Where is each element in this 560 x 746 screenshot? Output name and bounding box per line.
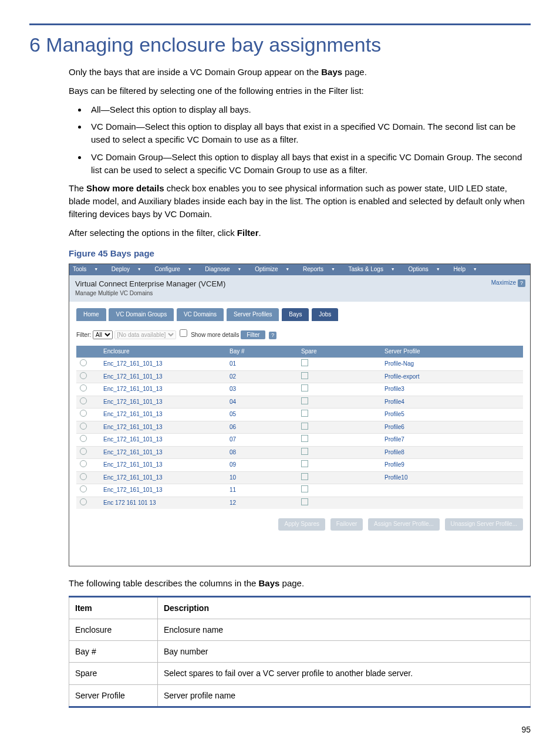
list-item: All—Select this option to display all ba… <box>87 103 531 116</box>
spare-checkbox[interactable] <box>301 410 308 417</box>
show-more-checkbox[interactable] <box>180 329 187 337</box>
bay-cell: 09 <box>226 459 298 472</box>
status-cell <box>76 434 100 447</box>
grid-header-row: Enclosure Bay # Spare Server Profile <box>76 346 523 358</box>
apply-spares-button[interactable]: Apply Spares <box>278 518 325 531</box>
table-row: Server ProfileServer profile name <box>69 684 531 707</box>
bay-cell: 04 <box>226 396 298 409</box>
filter-secondary-select[interactable]: [No data available] <box>114 330 176 339</box>
spare-checkbox[interactable] <box>301 372 308 379</box>
enclosure-cell: Enc_172_161_101_13 <box>100 459 226 472</box>
unassign-profile-button[interactable]: Unassign Server Profile... <box>445 518 523 531</box>
spare-cell <box>298 446 381 459</box>
menu-item[interactable]: Deploy ▼ <box>112 266 147 272</box>
menu-item[interactable]: Configure ▼ <box>155 266 198 272</box>
spare-checkbox[interactable] <box>301 448 308 455</box>
col-server-profile[interactable]: Server Profile <box>381 346 523 358</box>
spare-cell <box>298 358 381 371</box>
profile-cell: Profile9 <box>381 459 523 472</box>
bays-bold: Bays <box>321 67 342 77</box>
status-cell <box>76 497 100 509</box>
table-row[interactable]: Enc_172_161_101_1302Profile-export <box>76 370 523 383</box>
show-more-label: Show more details <box>191 332 239 338</box>
filter-label: Filter: <box>76 332 91 338</box>
table-row[interactable]: Enc_172_161_101_1306Profile6 <box>76 421 523 434</box>
help-icon[interactable]: ? <box>269 332 276 339</box>
app-title: Virtual Connect Enterprise Manager (VCEM… <box>75 279 524 290</box>
list-item: VC Domain—Select this option to display … <box>87 120 531 146</box>
profile-cell: Profile6 <box>381 421 523 434</box>
spare-cell <box>298 497 381 509</box>
filter-bold: Filter <box>237 228 259 238</box>
filter-button[interactable]: Filter <box>241 330 265 339</box>
desc-header-item: Item <box>69 596 158 619</box>
enclosure-cell: Enc_172_161_101_13 <box>100 370 226 383</box>
profile-cell: Profile-export <box>381 370 523 383</box>
table-row[interactable]: Enc_172_161_101_1304Profile4 <box>76 396 523 409</box>
table-row[interactable]: Enc_172_161_101_1301Profile-Nag <box>76 358 523 371</box>
enclosure-cell: Enc_172_161_101_13 <box>100 358 226 371</box>
spare-checkbox[interactable] <box>301 435 308 442</box>
spare-checkbox[interactable] <box>301 423 308 430</box>
help-icon[interactable]: ? <box>518 279 525 287</box>
menu-item[interactable]: Tools ▼ <box>73 266 104 272</box>
enclosure-cell: Enc_172_161_101_13 <box>100 484 226 497</box>
table-row[interactable]: Enc_172_161_101_1310Profile10 <box>76 471 523 484</box>
table-row: EnclosureEnclosure name <box>69 619 531 640</box>
spare-checkbox[interactable] <box>301 384 308 391</box>
tab-home[interactable]: Home <box>76 308 106 322</box>
table-row[interactable]: Enc_172_161_101_1311 <box>76 484 523 497</box>
spare-checkbox[interactable] <box>301 485 308 492</box>
tab-bays[interactable]: Bays <box>282 308 309 322</box>
intro-para-2: Bays can be filtered by selecting one of… <box>69 85 531 97</box>
spare-cell <box>298 459 381 472</box>
status-icon <box>80 485 87 492</box>
app-header: Virtual Connect Enterprise Manager (VCEM… <box>69 275 530 302</box>
menu-bar: Tools ▼ Deploy ▼ Configure ▼ Diagnose ▼ … <box>69 264 530 275</box>
maximize-link[interactable]: Maximize? <box>491 279 525 288</box>
filter-select[interactable]: All <box>93 330 113 339</box>
tab-vc-domain-groups[interactable]: VC Domain Groups <box>109 308 174 322</box>
table-row[interactable]: Enc_172_161_101_1308Profile8 <box>76 446 523 459</box>
status-cell <box>76 370 100 383</box>
table-row: Bay #Bay number <box>69 641 531 663</box>
bay-cell: 05 <box>226 409 298 421</box>
col-enclosure[interactable]: Enclosure <box>100 346 226 358</box>
tab-bar: Home VC Domain Groups VC Domains Server … <box>69 302 530 323</box>
spare-checkbox[interactable] <box>301 460 308 467</box>
page-number: 95 <box>521 725 531 734</box>
tab-vc-domains[interactable]: VC Domains <box>177 308 224 322</box>
spare-checkbox[interactable] <box>301 473 308 480</box>
menu-item[interactable]: Tasks & Logs ▼ <box>348 266 400 272</box>
bay-cell: 11 <box>226 484 298 497</box>
tab-jobs[interactable]: Jobs <box>312 308 338 322</box>
menu-item[interactable]: Diagnose ▼ <box>205 266 247 272</box>
tab-server-profiles[interactable]: Server Profiles <box>227 308 279 322</box>
col-bay[interactable]: Bay # <box>226 346 298 358</box>
table-row[interactable]: Enc_172_161_101_1307Profile7 <box>76 434 523 447</box>
page-title: 6 Managing enclosure bay assignments <box>29 33 531 56</box>
table-row[interactable]: Enc_172_161_101_1305Profile5 <box>76 409 523 421</box>
bay-cell: 02 <box>226 370 298 383</box>
menu-item[interactable]: Help ▼ <box>453 266 483 272</box>
table-row[interactable]: Enc_172_161_101_1309Profile9 <box>76 459 523 472</box>
enclosure-cell: Enc_172_161_101_13 <box>100 434 226 447</box>
table-row[interactable]: Enc_172_161_101_1303Profile3 <box>76 383 523 396</box>
spare-checkbox[interactable] <box>301 359 308 366</box>
menu-item[interactable]: Options ▼ <box>408 266 446 272</box>
bays-bold: Bays <box>259 578 280 588</box>
assign-profile-button[interactable]: Assign Server Profile... <box>368 518 440 531</box>
status-icon <box>80 372 87 379</box>
failover-button[interactable]: Failover <box>330 518 363 531</box>
spare-cell <box>298 484 381 497</box>
status-icon <box>80 448 87 455</box>
menu-item[interactable]: Optimize ▼ <box>255 266 295 272</box>
menu-item[interactable]: Reports ▼ <box>303 266 341 272</box>
app-subtitle: Manage Multiple VC Domains <box>75 289 524 298</box>
spare-cell <box>298 409 381 421</box>
table-row[interactable]: Enc 172 161 101 1312 <box>76 497 523 509</box>
col-spare[interactable]: Spare <box>298 346 381 358</box>
spare-checkbox[interactable] <box>301 498 308 505</box>
profile-cell <box>381 484 523 497</box>
spare-checkbox[interactable] <box>301 397 308 404</box>
